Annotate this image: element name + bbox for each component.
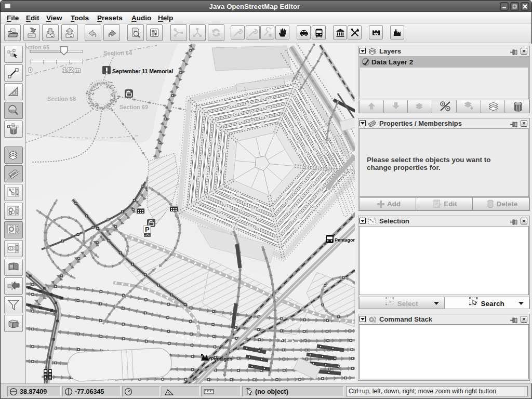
svg-text:Pentagon: Pentagon [335, 237, 355, 243]
svg-text:Section 65: Section 65 [26, 44, 49, 50]
svg-text:Section 68: Section 68 [47, 96, 76, 102]
svg-text:Pentagon: Pentagon [211, 356, 232, 362]
svg-text:Section 64: Section 64 [103, 50, 132, 56]
svg-text:P: P [145, 225, 150, 233]
svg-text:142 m: 142 m [63, 66, 81, 74]
svg-text:Section 69: Section 69 [119, 104, 148, 110]
svg-text:oOo: oOo [144, 234, 151, 237]
svg-text:September 11 Memorial: September 11 Memorial [112, 68, 173, 74]
svg-text:0: 0 [29, 66, 32, 74]
